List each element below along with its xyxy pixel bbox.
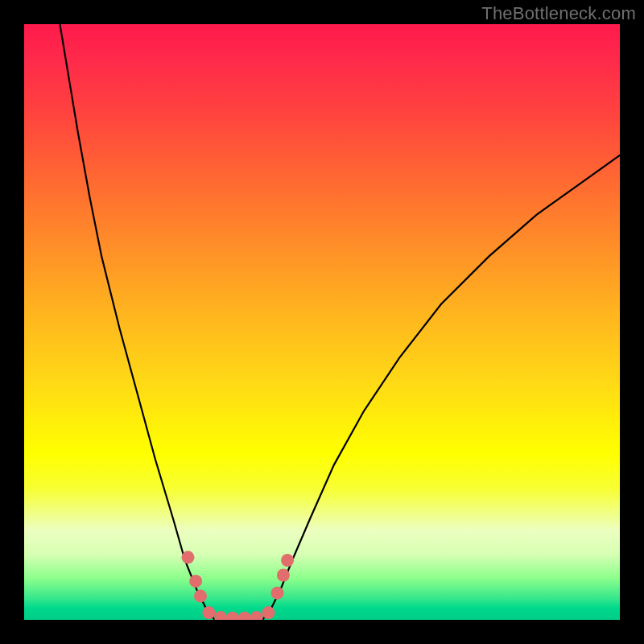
curve-right-path [262,155,620,620]
watermark-text: TheBottleneck.com [481,3,636,24]
highlight-dot [214,611,227,620]
curve-left-path [60,24,214,620]
highlight-dot [238,612,251,620]
highlight-dot [262,606,275,619]
highlight-dot [281,554,294,567]
highlight-dot [194,589,207,602]
highlight-markers [182,551,295,620]
highlight-dot [226,612,239,620]
chart-frame: TheBottleneck.com [0,0,644,644]
curve-layer [24,24,620,620]
highlight-dot [202,606,215,619]
highlight-dot [277,569,290,582]
highlight-dot [182,551,195,564]
highlight-dot [189,575,202,588]
plot-area [24,24,620,620]
highlight-dot [271,587,284,600]
highlight-dot [250,611,263,620]
